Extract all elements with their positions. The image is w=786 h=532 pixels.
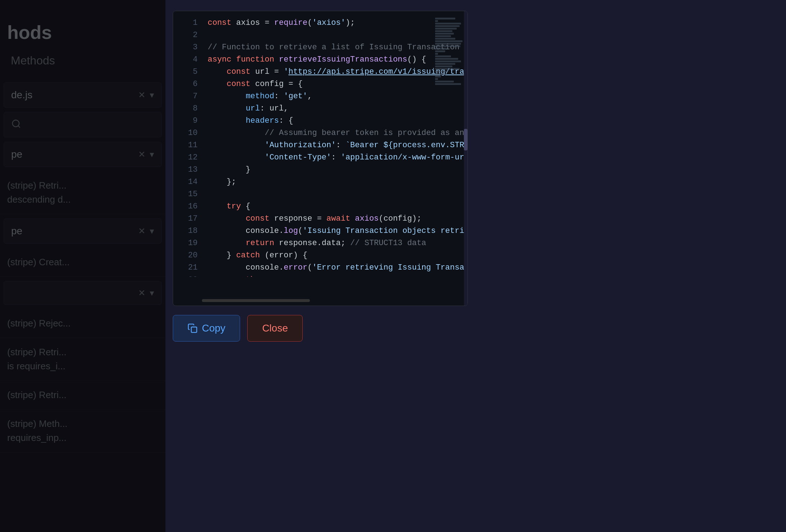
modal-overlay: [0, 0, 166, 532]
minimap: [435, 17, 464, 89]
action-buttons: Copy Close: [173, 308, 303, 349]
code-panel: 1234567891011121314151617181920212223242…: [173, 11, 468, 306]
copy-label: Copy: [202, 323, 225, 334]
scrollbar-horizontal[interactable]: [202, 299, 310, 302]
copy-button[interactable]: Copy: [173, 315, 240, 342]
line-numbers: 1234567891011121314151617181920212223242…: [173, 11, 202, 277]
code-container: 1234567891011121314151617181920212223242…: [173, 11, 467, 277]
svg-rect-2: [191, 327, 197, 333]
scrollbar-track[interactable]: [464, 11, 467, 277]
code-content: const axios = require('axios'); // Funct…: [202, 11, 467, 277]
copy-icon: [188, 323, 198, 333]
scrollbar-thumb[interactable]: [464, 129, 467, 150]
close-button[interactable]: Close: [247, 315, 303, 342]
close-label: Close: [262, 323, 288, 334]
